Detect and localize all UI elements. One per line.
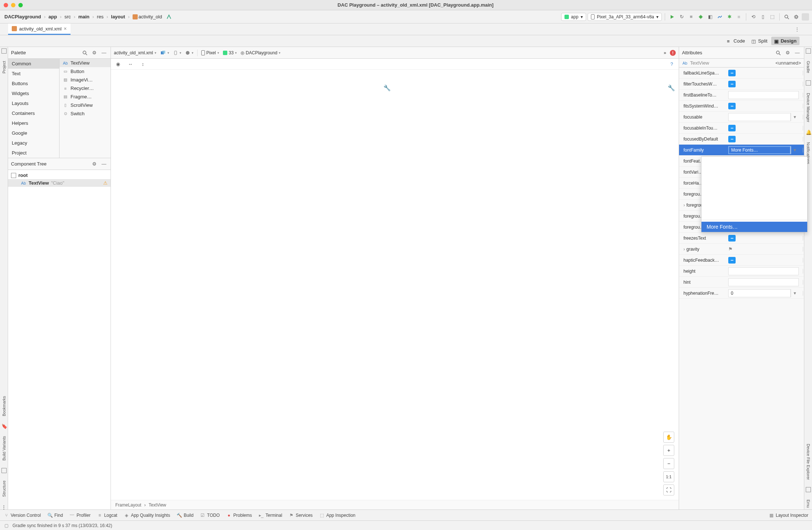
attribute-value-input[interactable] — [728, 278, 799, 286]
palette-cat-legacy[interactable]: Legacy — [8, 138, 59, 148]
breadcrumb-file[interactable]: activity_old — [131, 13, 163, 21]
structure-tool-button[interactable]: Structure — [2, 479, 6, 498]
component-tree-settings-button[interactable]: ⚙ — [91, 160, 98, 168]
problems-button[interactable]: ●Problems — [226, 513, 252, 518]
layout-inspector-button[interactable]: ▦Layout Inspector — [769, 513, 808, 518]
palette-cat-google[interactable]: Google — [8, 128, 59, 138]
more-options-button[interactable]: » — [664, 50, 666, 55]
settings-button[interactable] — [792, 13, 800, 21]
dropdown-option[interactable]: monospace — [701, 167, 807, 177]
attribute-actions[interactable]: ⎹ — [799, 92, 802, 98]
attribute-actions[interactable]: ⎹ — [799, 257, 802, 263]
attribute-value-cell[interactable]: ⎹ — [727, 91, 804, 99]
app-inspection-button[interactable]: ⬚App Inspection — [319, 513, 355, 518]
app-quality-button[interactable]: ◈App Quality Insights — [124, 513, 170, 518]
attribute-value-cell[interactable]: ⎹ — [727, 278, 804, 286]
tree-textview-row[interactable]: Ab TextView "Ciao" ⚠ — [8, 179, 111, 187]
attribute-value-cell[interactable]: More Fonts…▾⎹serifmonospaceserif-monospa… — [727, 146, 804, 154]
profiler-button[interactable]: 〰Profiler — [69, 513, 90, 518]
palette-cat-widgets[interactable]: Widgets — [8, 88, 59, 98]
close-tab-button[interactable]: × — [64, 26, 67, 32]
attribute-value-input[interactable] — [728, 267, 799, 275]
attributes-settings-button[interactable]: ⚙ — [784, 49, 791, 57]
search-palette-button[interactable] — [81, 49, 89, 57]
error-indicator[interactable]: ! — [670, 50, 676, 56]
attribute-value-cell[interactable]: −⎹ — [727, 70, 804, 76]
breadcrumb-src[interactable]: src — [63, 13, 72, 20]
attribute-row[interactable]: fitsSystemWind…−⎹ — [679, 101, 804, 112]
status-icon[interactable]: ▢ — [4, 523, 9, 528]
dropdown-option[interactable]: serif — [701, 157, 807, 167]
profiler-button[interactable] — [716, 13, 724, 21]
boolean-chip[interactable]: − — [728, 70, 736, 76]
device-file-explorer-icon[interactable] — [806, 487, 811, 492]
view-options-button[interactable]: ◉ — [114, 60, 122, 68]
debug-button[interactable] — [697, 13, 705, 21]
attribute-value-input[interactable] — [728, 113, 791, 121]
boolean-chip[interactable]: − — [728, 81, 736, 87]
breadcrumb-main[interactable]: main — [77, 13, 91, 20]
close-window-button[interactable] — [4, 3, 8, 7]
terminal-button[interactable]: ▸_Terminal — [259, 513, 282, 518]
layout-file-selector[interactable]: activity_old_xml.xml▾ — [114, 50, 156, 55]
design-canvas[interactable]: 🔧 🔧 ✋ + − 1:1 ⛶ — [111, 70, 679, 500]
dropdown-option[interactable]: cursive — [701, 198, 807, 208]
attribute-actions[interactable]: ⎹ — [799, 235, 802, 241]
attribute-actions[interactable]: ⎹ — [799, 114, 802, 120]
palette-cat-containers[interactable]: Containers — [8, 108, 59, 118]
attribute-value-cell[interactable]: −⎹ — [727, 257, 804, 264]
palette-item-button[interactable]: ▭Button — [59, 67, 111, 76]
dropdown-button[interactable]: ▾ — [791, 146, 799, 154]
component-tree-minimize-button[interactable]: — — [100, 160, 108, 168]
attribute-value-cell[interactable]: −⎹ — [727, 125, 804, 131]
navigate-back-icon[interactable] — [165, 13, 173, 21]
breadcrumb-textview[interactable]: TextView — [149, 502, 166, 508]
code-mode-button[interactable]: ≡Code — [724, 37, 748, 45]
orientation-selector[interactable]: ▾ — [173, 50, 181, 55]
boolean-chip[interactable]: − — [728, 257, 736, 264]
palette-cat-layouts[interactable]: Layouts — [8, 98, 59, 108]
breadcrumb-project[interactable]: DACPlayground — [3, 13, 43, 20]
coverage-button[interactable]: ◧ — [706, 13, 714, 21]
project-tool-icon[interactable] — [1, 48, 7, 54]
attribute-actions[interactable]: ⎹ — [799, 268, 802, 274]
palette-item-scrollview[interactable]: ▯ScrollView — [59, 101, 111, 109]
palette-cat-common[interactable]: Common — [8, 59, 59, 69]
sdk-manager-button[interactable]: ⬚ — [768, 13, 776, 21]
structure-tool-icon[interactable]: ⋮ — [1, 504, 7, 509]
apply-changes-button[interactable]: ↻ — [678, 13, 686, 21]
dropdown-button[interactable]: ▾ — [791, 113, 799, 121]
attribute-actions[interactable]: ⎹ — [799, 81, 802, 87]
attribute-value-cell[interactable]: ▾⎹ — [727, 113, 804, 121]
services-button[interactable]: ⚑Services — [289, 513, 313, 518]
attribute-row[interactable]: height⎹ — [679, 266, 804, 277]
boolean-chip[interactable]: − — [728, 235, 736, 242]
gradle-tool-button[interactable]: Gradle — [806, 59, 811, 75]
search-attributes-button[interactable] — [775, 49, 782, 57]
attribute-value-input[interactable]: More Fonts… — [728, 146, 791, 154]
avd-manager-button[interactable]: ▯ — [759, 13, 767, 21]
design-mode-button[interactable]: ▣Design — [771, 37, 800, 45]
more-fonts-option[interactable]: More Fonts… — [701, 222, 807, 232]
zoom-out-button[interactable]: − — [663, 458, 674, 469]
attribute-row[interactable]: freezesText−⎹ — [679, 233, 804, 244]
bookmarks-tool-icon[interactable]: 🔖 — [1, 424, 7, 429]
pan-button[interactable]: ✋ — [663, 432, 674, 443]
theme-selector[interactable]: ◎DACPlayground▾ — [241, 50, 281, 55]
todo-button[interactable]: ☑TODO — [200, 513, 220, 518]
breadcrumb-res[interactable]: res — [95, 13, 105, 20]
warning-icon[interactable]: ⚠ — [103, 180, 108, 186]
attribute-value-cell[interactable]: −⎹ — [727, 81, 804, 87]
palette-cat-buttons[interactable]: Buttons — [8, 79, 59, 88]
dropdown-option[interactable]: serif-monospace — [701, 177, 807, 188]
version-control-button[interactable]: ⑂Version Control — [4, 513, 41, 518]
attribute-row[interactable]: hapticFeedback…−⎹ — [679, 255, 804, 266]
palette-item-textview[interactable]: AbTextView — [59, 59, 111, 67]
zoom-in-button[interactable]: + — [663, 445, 674, 456]
device-manager-icon[interactable] — [806, 80, 811, 86]
attribute-actions[interactable]: ⎹ — [799, 246, 802, 252]
attribute-row[interactable]: fallbackLineSpa…−⎹ — [679, 68, 804, 79]
palette-cat-project[interactable]: Project — [8, 148, 59, 158]
palette-cat-helpers[interactable]: Helpers — [8, 118, 59, 128]
boolean-chip[interactable]: − — [728, 136, 736, 142]
